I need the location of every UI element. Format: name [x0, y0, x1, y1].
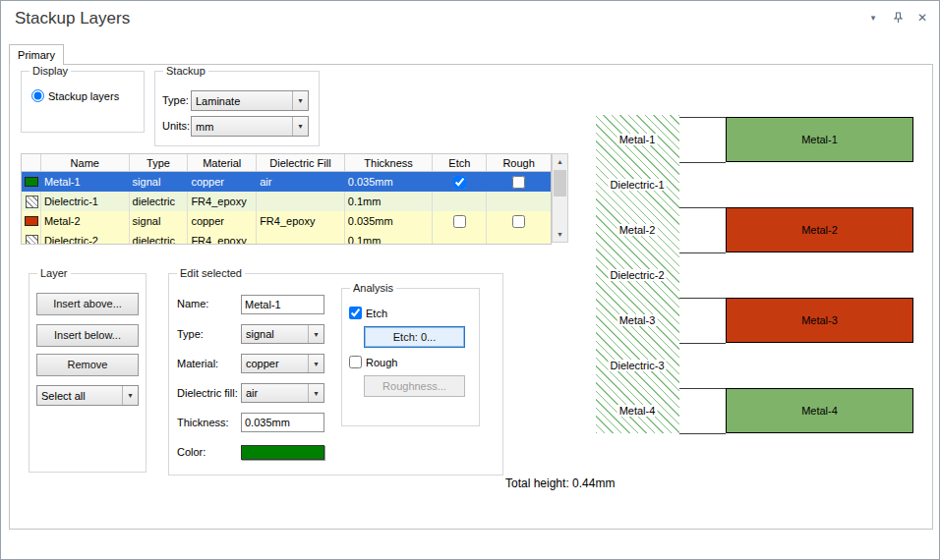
chevron-down-icon: ▾ — [292, 117, 308, 136]
viz-layer-label: Metal-4 — [617, 405, 658, 417]
material-label: Material: — [177, 358, 218, 369]
cell-dielectric-fill — [257, 192, 345, 211]
scroll-up-icon[interactable]: ▲ — [553, 154, 567, 169]
remove-button[interactable]: Remove — [36, 354, 139, 376]
table-row-dielectric-1[interactable]: Dielectric-1 dielectric FR4_epoxy 0.1mm — [22, 192, 551, 211]
material-value: copper — [242, 358, 308, 369]
stackup-type-value: Laminate — [192, 95, 292, 107]
viz-metal-2-box[interactable]: Metal-2 — [726, 207, 913, 252]
cell-material: FR4_epoxy — [188, 231, 257, 244]
window-title: Stackup Layers — [15, 9, 130, 28]
rough-checkbox[interactable] — [512, 176, 525, 189]
stackup-type-combo[interactable]: Laminate ▾ — [191, 90, 309, 111]
layer-color-swatch — [26, 196, 38, 208]
header-dielectric-fill: Dielectric Fill — [257, 154, 345, 171]
cell-dielectric-fill: FR4_epoxy — [257, 211, 345, 231]
viz-layer-label: Dielectric-2 — [608, 269, 666, 281]
viz-boundary-line — [679, 207, 726, 208]
scrollbar-thumb[interactable] — [554, 170, 566, 196]
layer-color-swatch — [25, 216, 38, 226]
chevron-down-icon: ▾ — [122, 386, 138, 405]
cell-thickness: 0.035mm — [345, 211, 434, 231]
viz-layer-label: Dielectric-3 — [608, 360, 666, 371]
viz-boundary-line — [679, 433, 726, 434]
scroll-down-icon[interactable]: ▼ — [553, 227, 567, 242]
analysis-etch-label: Etch — [366, 308, 387, 319]
table-row-metal-1[interactable]: Metal-1 signal copper air 0.035mm — [22, 172, 551, 192]
titlebar-icons: ▾ ✕ — [866, 11, 929, 25]
chevron-down-icon: ▾ — [308, 325, 323, 343]
header-rough: Rough — [487, 154, 551, 171]
viz-boundary-line — [679, 388, 726, 389]
viz-layer-label: Dielectric-1 — [608, 179, 666, 191]
stackup-group-label: Stackup — [163, 65, 208, 77]
cell-name: Metal-2 — [41, 211, 130, 231]
close-icon[interactable]: ✕ — [915, 11, 929, 25]
viz-metal-4-box[interactable]: Metal-4 — [726, 388, 913, 433]
viz-boundary-line — [679, 298, 726, 299]
window-menu-icon[interactable]: ▾ — [866, 11, 880, 25]
analysis-rough-label: Rough — [366, 357, 397, 368]
cell-name: Dielectric-1 — [41, 192, 130, 211]
name-field[interactable] — [241, 295, 324, 314]
cell-thickness: 0.1mm — [345, 231, 434, 244]
stackup-units-combo[interactable]: mm ▾ — [191, 116, 309, 137]
roughness-button[interactable]: Roughness... — [364, 375, 465, 397]
type-field-label: Type: — [177, 328, 204, 340]
material-combo[interactable]: copper ▾ — [241, 354, 324, 373]
total-height-text: Total height: 0.44mm — [505, 476, 615, 490]
viz-metal-3-box[interactable]: Metal-3 — [726, 298, 913, 343]
select-all-combo[interactable]: Select all ▾ — [36, 385, 139, 406]
viz-layer-label: Metal-1 — [617, 134, 658, 145]
layer-group-label: Layer — [37, 267, 71, 279]
dielectric-fill-combo[interactable]: air ▾ — [241, 383, 324, 403]
color-swatch-button[interactable] — [241, 445, 324, 460]
cell-type: dielectric — [130, 192, 189, 211]
type-combo[interactable]: signal ▾ — [241, 324, 324, 344]
name-label: Name: — [177, 298, 208, 309]
etch-settings-button[interactable]: Etch: 0... — [364, 326, 465, 348]
insert-below-button[interactable]: Insert below... — [36, 324, 139, 347]
viz-boundary-line — [679, 343, 726, 344]
cell-type: signal — [130, 172, 189, 192]
color-label: Color: — [177, 446, 206, 458]
chevron-down-icon: ▾ — [308, 355, 323, 372]
table-body: Metal-1 signal copper air 0.035mm Dielec… — [22, 172, 551, 244]
cell-material: copper — [188, 172, 257, 192]
table-row-metal-2[interactable]: Metal-2 signal copper FR4_epoxy 0.035mm — [22, 211, 551, 231]
layers-table: Name Type Material Dielectric Fill Thick… — [21, 153, 552, 245]
analysis-rough-checkbox[interactable] — [349, 356, 362, 368]
table-row-dielectric-2[interactable]: Dielectric-2 dielectric FR4_epoxy 0.1mm — [22, 231, 551, 244]
display-group-label: Display — [29, 65, 71, 77]
titlebar: Stackup Layers ▾ ✕ — [1, 1, 939, 40]
cell-type: dielectric — [130, 231, 189, 244]
etch-checkbox[interactable] — [453, 176, 466, 189]
header-type: Type — [130, 154, 189, 171]
pin-icon[interactable] — [891, 11, 905, 25]
header-material: Material — [188, 154, 257, 171]
table-scrollbar[interactable]: ▲ ▼ — [552, 153, 568, 243]
dielectric-fill-label: Dielectric fill: — [177, 387, 238, 399]
cell-dielectric-fill — [257, 231, 345, 244]
header-swatch — [22, 154, 41, 171]
cell-type: signal — [130, 211, 189, 231]
viz-layer-label: Metal-2 — [617, 224, 658, 236]
etch-checkbox[interactable] — [453, 215, 466, 228]
cell-name: Dielectric-2 — [41, 231, 130, 244]
thickness-field[interactable] — [241, 413, 324, 432]
stackup-layers-radio[interactable] — [31, 89, 44, 102]
display-group: Display Stackup layers — [21, 71, 145, 133]
tab-primary[interactable]: Primary — [9, 44, 64, 65]
rough-checkbox[interactable] — [512, 215, 525, 228]
viz-metal-1-box[interactable]: Metal-1 — [726, 117, 913, 162]
analysis-group-label: Analysis — [350, 282, 396, 294]
cell-name: Metal-1 — [41, 172, 130, 192]
cell-thickness: 0.1mm — [345, 192, 434, 211]
select-all-value: Select all — [37, 390, 122, 402]
stackup-units-value: mm — [192, 121, 292, 133]
chevron-down-icon: ▾ — [292, 91, 308, 110]
insert-above-button[interactable]: Insert above... — [36, 293, 139, 315]
chevron-down-icon: ▾ — [308, 384, 323, 402]
analysis-etch-checkbox[interactable] — [349, 307, 362, 319]
layer-color-swatch — [26, 235, 38, 245]
